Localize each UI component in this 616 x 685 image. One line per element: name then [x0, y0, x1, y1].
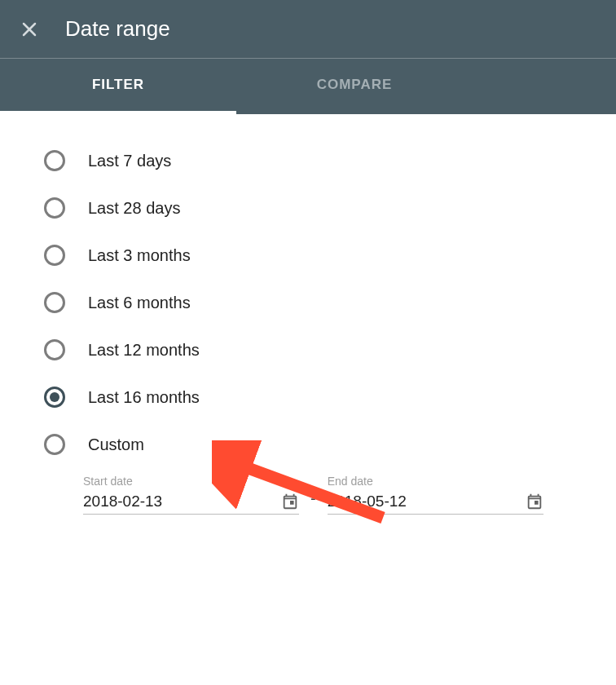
calendar-icon[interactable] [281, 493, 299, 510]
tab-compare[interactable]: COMPARE [236, 59, 473, 114]
option-last-6-months[interactable]: Last 6 months [41, 279, 583, 326]
end-date-field[interactable]: End date 2018-05-12 [328, 475, 543, 515]
option-last-12-months[interactable]: Last 12 months [41, 326, 583, 373]
titlebar: Date range [0, 0, 616, 58]
radio-icon [44, 197, 65, 219]
start-date-field[interactable]: Start date 2018-02-13 [83, 475, 299, 515]
start-date-input-wrap: 2018-02-13 [83, 493, 299, 510]
end-date-input-wrap: 2018-05-12 [328, 493, 543, 510]
option-last-7-days[interactable]: Last 7 days [41, 137, 583, 184]
option-last-16-months[interactable]: Last 16 months [41, 373, 583, 421]
end-date-label: End date [328, 475, 543, 488]
custom-date-row: Start date 2018-02-13 - End date 2018-05… [41, 475, 583, 515]
tab-filter[interactable]: FILTER [0, 59, 236, 114]
tabs: FILTER COMPARE [0, 59, 616, 114]
radio-icon [44, 339, 65, 360]
radio-label: Last 28 days [88, 199, 180, 218]
option-last-3-months[interactable]: Last 3 months [41, 232, 583, 279]
radio-icon [44, 245, 65, 266]
radio-icon [44, 387, 65, 408]
end-date-value: 2018-05-12 [328, 493, 407, 510]
date-separator: - [310, 489, 316, 515]
radio-label: Last 3 months [88, 246, 191, 265]
radio-icon [44, 292, 65, 313]
radio-label: Last 7 days [88, 152, 171, 170]
radio-icon [44, 150, 65, 171]
close-icon[interactable] [20, 20, 39, 39]
calendar-icon[interactable] [526, 493, 543, 510]
start-date-value: 2018-02-13 [83, 493, 162, 510]
option-custom[interactable]: Custom [41, 421, 583, 468]
date-range-radio-group: Last 7 days Last 28 days Last 3 months L… [41, 137, 583, 468]
radio-label: Last 12 months [88, 341, 200, 360]
radio-label: Custom [88, 435, 144, 454]
radio-label: Last 6 months [88, 294, 191, 312]
dialog-header: Date range FILTER COMPARE [0, 0, 616, 114]
start-date-label: Start date [83, 475, 299, 488]
option-last-28-days[interactable]: Last 28 days [41, 184, 583, 232]
dialog-content: Last 7 days Last 28 days Last 3 months L… [0, 114, 616, 537]
radio-label: Last 16 months [88, 388, 200, 407]
radio-icon [44, 434, 65, 455]
dialog-title: Date range [65, 16, 170, 42]
